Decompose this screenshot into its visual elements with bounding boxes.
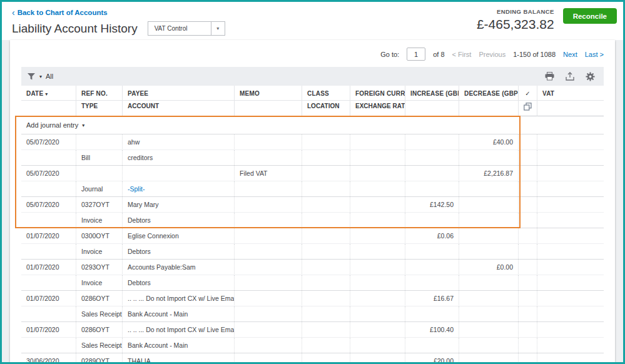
copy-icon <box>524 103 532 111</box>
cell-date-blank <box>21 213 76 228</box>
transaction-row[interactable]: 01/07/20200293OYTAccounts Payable:Sam£0.… <box>21 260 604 291</box>
reconcile-button[interactable]: Reconcile <box>563 8 617 24</box>
last-page-link[interactable]: Last > <box>585 51 604 58</box>
cell-account: Bank Account - Main <box>123 306 235 321</box>
transaction-line: Billcreditors <box>21 150 604 165</box>
col-header-class: CLASS <box>302 86 350 101</box>
cell-memo-blank <box>235 150 302 165</box>
pagination: Go to: of 8 < First Previous 1-150 of 10… <box>10 40 615 67</box>
filter-dropdown[interactable]: ▾ All <box>28 73 53 80</box>
account-select-value[interactable]: VAT Control <box>148 21 211 36</box>
export-button[interactable] <box>566 72 574 81</box>
transaction-line: 01/07/20200286OYT.. .. ... Do not Import… <box>21 322 604 338</box>
cell-foreign-currency <box>350 228 405 244</box>
cell-cleared-blank <box>519 150 537 165</box>
cell-vat <box>537 322 604 338</box>
cell-decrease-blank <box>459 338 519 353</box>
cell-location <box>302 306 350 321</box>
cell-vat <box>537 197 604 213</box>
cell-vat <box>537 228 604 244</box>
page-count-label: of 8 <box>433 51 444 58</box>
col-header-blank <box>235 101 302 116</box>
cell-memo <box>235 260 302 275</box>
back-chevron-icon: ‹ <box>12 9 15 16</box>
top-bar-right: ENDING BALANCE £-465,323.82 Reconcile <box>477 7 617 32</box>
add-journal-entry-dropdown[interactable]: Add journal entry ▾ <box>21 116 604 134</box>
cell-exchange-rate <box>350 244 405 259</box>
split-link[interactable]: -Split- <box>123 181 235 196</box>
col-header-date[interactable]: DATE▾ <box>21 86 76 101</box>
col-header-blank <box>21 101 76 116</box>
cell-ref-no: 0327OYT <box>76 197 123 213</box>
cell-decrease <box>459 353 519 362</box>
cell-decrease <box>459 228 519 244</box>
goto-page-input[interactable] <box>407 48 425 61</box>
title-row: Liability Account History VAT Control ▾ <box>12 21 225 36</box>
transaction-row[interactable]: 05/07/20200327OYTMary Mary£142.50Invoice… <box>21 197 604 228</box>
col-header-exchange-rate: EXCHANGE RATE <box>350 101 405 116</box>
transaction-row[interactable]: 01/07/20200286OYT.. .. ... Do not Import… <box>21 322 604 353</box>
cell-exchange-rate <box>350 150 405 165</box>
transaction-row[interactable]: 01/07/20200300OYTEglise Connexion£0.06In… <box>21 228 604 260</box>
account-select[interactable]: VAT Control ▾ <box>148 21 225 36</box>
cell-location <box>302 181 350 196</box>
cell-cleared-blank <box>519 306 537 321</box>
transaction-row[interactable]: 05/07/2020ahw£40.00Billcreditors <box>21 134 604 166</box>
transaction-line: InvoiceDebtors <box>21 275 604 290</box>
col-header-foreign-currency: FOREIGN CURRENC <box>350 86 405 101</box>
back-link[interactable]: ‹ Back to Chart of Accounts <box>12 9 108 16</box>
cell-decrease-blank <box>459 150 519 165</box>
cell-memo <box>235 228 302 244</box>
cell-foreign-currency <box>350 322 405 338</box>
cell-memo <box>235 197 302 213</box>
highlighted-rows: 05/07/2020ahw£40.00Billcreditors05/07/20… <box>21 134 604 228</box>
cell-cleared <box>519 134 537 150</box>
cell-type: Invoice <box>76 213 123 228</box>
cell-class <box>302 134 350 150</box>
transaction-line: InvoiceDebtors <box>21 244 604 259</box>
cell-date: 05/07/2020 <box>21 134 76 150</box>
transaction-row[interactable]: 30/06/20200289OYTTHALIA£20.00 <box>21 353 604 362</box>
cell-payee <box>123 166 235 181</box>
transaction-line: 01/07/20200300OYTEglise Connexion£0.06 <box>21 228 604 244</box>
cell-increase <box>405 260 459 275</box>
cell-vat <box>537 353 604 362</box>
cell-foreign-currency <box>350 260 405 275</box>
cell-date: 05/07/2020 <box>21 197 76 213</box>
settings-button[interactable] <box>586 72 595 81</box>
cell-foreign-currency <box>350 291 405 306</box>
cell-vat <box>537 134 604 150</box>
cell-cleared <box>519 197 537 213</box>
ending-balance-label: ENDING BALANCE <box>477 8 554 15</box>
cell-ref-no: 0286OYT <box>76 291 123 306</box>
cell-date: 05/07/2020 <box>21 166 76 181</box>
cell-class <box>302 166 350 181</box>
cell-payee: .. .. ... Do not Import CX w/ Live Email… <box>123 322 235 338</box>
transaction-row[interactable]: 01/07/20200286OYT.. .. ... Do not Import… <box>21 291 604 322</box>
transaction-row[interactable]: 05/07/2020Filed VAT£2,216.87Journal-Spli… <box>21 166 604 197</box>
cell-payee: THALIA <box>123 353 235 362</box>
cell-location <box>302 244 350 259</box>
cell-increase <box>405 134 459 150</box>
table-header-row-1: DATE▾ REF NO. PAYEE MEMO CLASS FOREIGN C… <box>21 86 604 101</box>
cell-type: Invoice <box>76 244 123 259</box>
ending-balance-value: £-465,323.82 <box>477 17 554 32</box>
cell-date-blank <box>21 275 76 290</box>
cell-cleared-blank <box>519 213 537 228</box>
cell-increase-blank <box>405 338 459 353</box>
cell-ref-no: 0286OYT <box>76 322 123 338</box>
cell-date: 01/07/2020 <box>21 291 76 306</box>
copy-icon-cell[interactable] <box>519 101 537 116</box>
cell-vat <box>537 166 604 181</box>
cell-account: Bank Account - Main <box>123 338 235 353</box>
print-button[interactable] <box>545 72 554 81</box>
chevron-down-icon[interactable]: ▾ <box>211 21 225 36</box>
previous-page-link[interactable]: Previous <box>479 51 506 58</box>
cell-increase-blank <box>405 213 459 228</box>
col-header-blank <box>537 101 604 116</box>
cell-ref-no: 0289OYT <box>76 353 123 362</box>
cell-cleared-blank <box>519 338 537 353</box>
cell-memo-blank <box>235 213 302 228</box>
next-page-link[interactable]: Next <box>563 51 577 58</box>
first-page-link[interactable]: < First <box>452 51 472 58</box>
